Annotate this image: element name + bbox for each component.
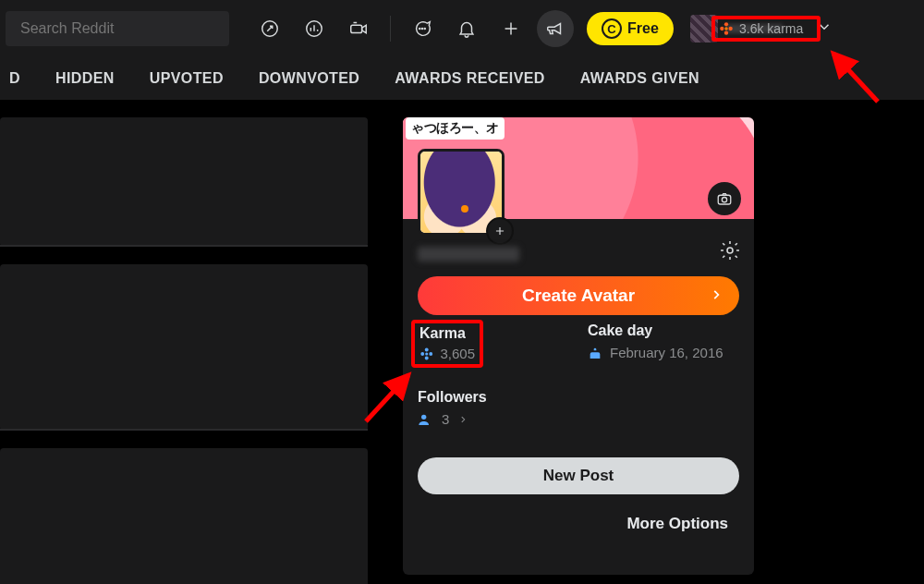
free-coins-button[interactable]: C Free: [587, 12, 674, 45]
banner-speech-text: ゃつほろー、オ: [406, 117, 505, 140]
change-banner-button[interactable]: [708, 182, 741, 215]
tab-awards-received[interactable]: AWARDS RECEIVED: [395, 70, 544, 87]
svg-rect-11: [718, 195, 731, 204]
free-label: Free: [627, 20, 659, 37]
svg-point-6: [724, 22, 728, 26]
new-post-button[interactable]: New Post: [418, 457, 739, 494]
karma-value: 3,605: [440, 346, 475, 361]
svg-point-16: [420, 352, 424, 356]
karma-flower-icon: [719, 21, 734, 36]
svg-point-12: [722, 198, 726, 202]
search-input-wrap[interactable]: [6, 11, 229, 46]
svg-point-7: [724, 31, 728, 35]
coin-chart-icon[interactable]: [296, 10, 333, 47]
feed-card-placeholder: [0, 264, 368, 431]
tab-partial[interactable]: D: [6, 70, 20, 87]
create-post-icon[interactable]: [492, 10, 529, 47]
karma-chip: 3.6k karma: [719, 21, 803, 36]
svg-point-15: [425, 356, 429, 359]
chat-icon[interactable]: [404, 10, 441, 47]
feed-card-placeholder: [0, 117, 368, 247]
new-post-label: New Post: [543, 467, 614, 485]
plus-icon: [493, 225, 506, 237]
followers-value: 3: [442, 411, 449, 427]
svg-point-5: [424, 28, 425, 29]
tab-awards-given[interactable]: AWARDS GIVEN: [580, 70, 699, 87]
create-avatar-button[interactable]: Create Avatar: [418, 276, 739, 315]
tab-upvoted[interactable]: UPVOTED: [150, 70, 224, 87]
svg-rect-2: [351, 25, 362, 32]
cake-icon: [588, 346, 602, 360]
coin-icon: C: [602, 18, 622, 39]
left-column: [0, 117, 370, 584]
tab-hidden[interactable]: HIDDEN: [55, 70, 115, 87]
profile-settings-button[interactable]: [719, 239, 741, 265]
svg-point-19: [421, 414, 426, 419]
chevron-right-icon: [710, 286, 723, 306]
followers-label: Followers: [418, 389, 487, 406]
svg-point-18: [425, 352, 428, 355]
svg-point-17: [429, 352, 432, 356]
gear-icon: [719, 239, 741, 262]
svg-point-13: [727, 248, 733, 253]
tab-downvoted[interactable]: DOWNVOTED: [259, 70, 359, 87]
svg-point-4: [421, 28, 422, 29]
chevron-right-icon: [458, 411, 468, 427]
annotation-karma-value-box: Karma 3,605: [411, 320, 483, 368]
create-avatar-label: Create Avatar: [522, 286, 635, 306]
search-input[interactable]: [18, 19, 216, 38]
notifications-icon[interactable]: [448, 10, 485, 47]
svg-point-14: [425, 347, 429, 351]
annotation-karma-chip-box: 3.6k karma: [711, 16, 821, 42]
profile-username-blurred: [418, 247, 519, 262]
svg-point-3: [419, 28, 420, 29]
svg-point-8: [720, 27, 723, 30]
svg-point-10: [724, 27, 727, 30]
feed-card-placeholder: [0, 448, 368, 584]
popular-icon[interactable]: [251, 10, 288, 47]
cakeday-label: Cake day: [588, 322, 739, 339]
person-icon: [418, 412, 432, 427]
karma-flower-icon: [419, 347, 433, 361]
svg-point-9: [729, 27, 733, 30]
change-avatar-button[interactable]: [486, 217, 514, 245]
announcement-icon[interactable]: [537, 10, 574, 47]
karma-label: Karma: [419, 325, 475, 342]
profile-tabs: D HIDDEN UPVOTED DOWNVOTED AWARDS RECEIV…: [0, 57, 924, 100]
cakeday-value: February 16, 2016: [610, 345, 723, 360]
topbar-divider: [390, 16, 391, 42]
followers-block[interactable]: Followers 3: [418, 389, 487, 427]
more-options-button[interactable]: More Options: [626, 515, 728, 533]
karma-chip-text: 3.6k karma: [739, 21, 803, 36]
live-stream-icon[interactable]: [340, 10, 377, 47]
profile-card: ゃつほろー、オ Create Avatar Cake day February …: [403, 117, 754, 575]
camera-icon: [716, 190, 733, 207]
